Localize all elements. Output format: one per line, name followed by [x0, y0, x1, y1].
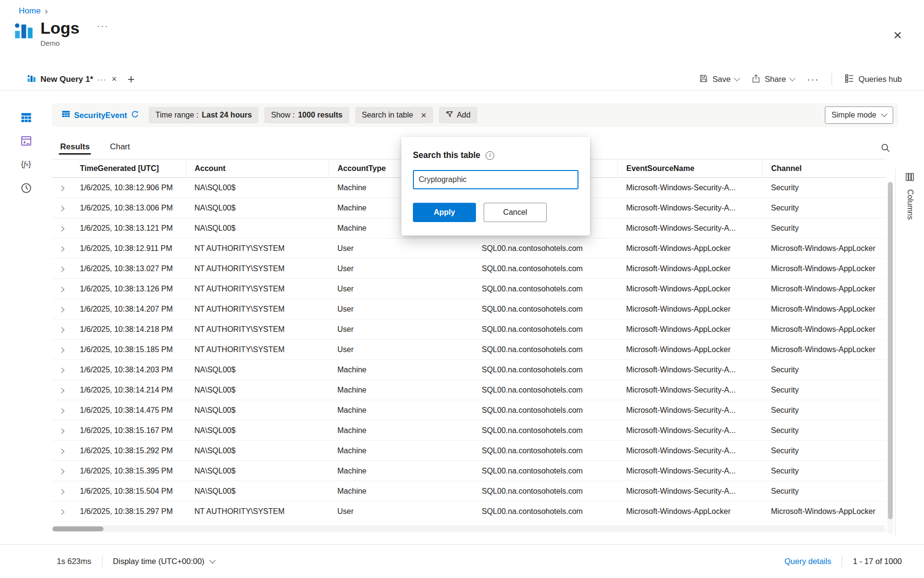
table-cell: User — [329, 340, 473, 360]
table-row: 1/6/2025, 10:38:14.214 PMNA\SQL00$Machin… — [52, 380, 886, 400]
apply-button[interactable]: Apply — [413, 203, 476, 222]
row-expand-chevron[interactable] — [52, 400, 71, 420]
mode-select-value: Simple mode — [832, 111, 876, 119]
table-cell: SQL00.na.contosohotels.com — [473, 441, 617, 461]
table-cell: Microsoft-Windows-Security-A... — [617, 441, 762, 461]
sidebar-item-queries[interactable] — [20, 134, 32, 147]
remove-filter-icon[interactable]: × — [421, 110, 426, 120]
table-cell: NA\SQL00$ — [186, 481, 329, 501]
search-table-input[interactable] — [413, 170, 578, 189]
row-expand-chevron[interactable] — [52, 259, 71, 279]
refresh-icon[interactable] — [131, 110, 139, 120]
table-scope-chip[interactable]: SecurityEvent — [58, 110, 143, 120]
table-cell: NA\SQL00$ — [186, 420, 329, 441]
table-cell: 1/6/2025, 10:38:12.911 PM — [71, 238, 186, 259]
table-row: 1/6/2025, 10:38:15.504 PMNA\SQL00$Machin… — [52, 481, 886, 501]
sidebar-item-tables[interactable] — [20, 111, 32, 123]
table-cell: NA\SQL00$ — [186, 461, 329, 481]
tab-chart[interactable]: Chart — [108, 142, 131, 159]
row-expand-chevron[interactable] — [52, 360, 71, 380]
search-table-popup: Search this table i Apply Cancel — [401, 137, 590, 236]
table-cell: SQL00.na.contosohotels.com — [473, 501, 617, 522]
row-expand-chevron[interactable] — [52, 279, 71, 299]
table-cell: SQL00.na.contosohotels.com — [473, 461, 617, 481]
show-results-pill[interactable]: Show : 1000 results — [264, 107, 349, 123]
table-cell: Machine — [329, 441, 473, 461]
table-cell: SQL00.na.contosohotels.com — [473, 481, 617, 501]
sidebar-item-functions[interactable]: {fx} — [20, 158, 32, 171]
table-cell: 1/6/2025, 10:38:13.121 PM — [71, 218, 186, 238]
table-cell: Machine — [329, 481, 473, 501]
tab-more-button[interactable]: ··· — [98, 76, 107, 83]
horizontal-scrollbar[interactable] — [52, 525, 886, 532]
table-row: 1/6/2025, 10:38:14.203 PMNA\SQL00$Machin… — [52, 360, 886, 380]
tab-close-icon[interactable]: × — [112, 74, 117, 84]
row-expand-chevron[interactable] — [52, 441, 71, 461]
column-header-timegenerated[interactable]: TimeGenerated [UTC] — [71, 159, 186, 178]
row-expand-chevron[interactable] — [52, 178, 71, 198]
table-row: 1/6/2025, 10:38:15.167 PMNA\SQL00$Machin… — [52, 420, 886, 441]
row-expand-chevron[interactable] — [52, 420, 71, 441]
horizontal-scrollbar-thumb[interactable] — [52, 526, 103, 531]
table-cell: User — [329, 319, 473, 340]
table-row: 1/6/2025, 10:38:13.126 PMNT AUTHORITY\SY… — [52, 279, 886, 299]
table-cell: 1/6/2025, 10:38:13.027 PM — [71, 259, 186, 279]
table-cell: NT AUTHORITY\SYSTEM — [186, 279, 329, 299]
column-header-account[interactable]: Account — [186, 159, 329, 178]
vertical-scrollbar[interactable] — [887, 181, 893, 535]
table-cell: Security — [762, 481, 886, 501]
tab-new-query-1[interactable]: New Query 1* ··· × — [27, 68, 117, 90]
queries-hub-button[interactable]: Queries hub — [845, 74, 902, 85]
row-expand-chevron[interactable] — [52, 380, 71, 400]
vertical-scrollbar-thumb[interactable] — [888, 182, 893, 519]
table-cell: Machine — [329, 461, 473, 481]
table-cell: NA\SQL00$ — [186, 218, 329, 238]
query-details-link[interactable]: Query details — [784, 557, 831, 566]
table-cell: User — [329, 279, 473, 299]
row-expand-chevron[interactable] — [52, 238, 71, 259]
cancel-button[interactable]: Cancel — [484, 203, 547, 222]
info-icon[interactable]: i — [486, 151, 494, 160]
table-cell: Microsoft-Windows-AppLocker — [762, 299, 886, 319]
table-cell: Microsoft-Windows-AppLocker — [762, 501, 886, 522]
row-expand-chevron[interactable] — [52, 481, 71, 501]
row-expand-chevron[interactable] — [52, 299, 71, 319]
columns-panel-label: Columns — [906, 189, 914, 220]
table-cell: Security — [762, 420, 886, 441]
search-icon[interactable] — [881, 143, 890, 159]
tab-results[interactable]: Results — [59, 142, 91, 159]
save-button[interactable]: Save — [699, 74, 739, 85]
table-cell: Security — [762, 198, 886, 218]
row-expand-chevron[interactable] — [52, 218, 71, 238]
result-range: 1 - 17 of 1000 — [853, 557, 902, 566]
columns-panel-toggle[interactable]: Columns — [895, 169, 924, 537]
breadcrumb-home-link[interactable]: Home — [19, 6, 40, 16]
row-expand-chevron[interactable] — [52, 198, 71, 218]
row-expand-chevron[interactable] — [52, 319, 71, 340]
close-icon[interactable]: × — [893, 28, 902, 42]
display-time-select[interactable]: Display time (UTC+00:00) — [113, 557, 215, 566]
search-in-table-label: Search in table — [362, 111, 413, 119]
add-filter-pill[interactable]: Add — [439, 107, 477, 123]
sidebar-item-query-history[interactable] — [20, 182, 32, 194]
table-cell: Microsoft-Windows-Security-A... — [617, 420, 762, 441]
row-expand-chevron[interactable] — [52, 501, 71, 522]
time-range-pill[interactable]: Time range : Last 24 hours — [149, 107, 258, 123]
query-duration: 1s 623ms — [57, 557, 91, 566]
table-cell: Microsoft-Windows-Security-A... — [617, 360, 762, 380]
popup-title: Search this table — [413, 150, 480, 160]
column-header-eventsourcename[interactable]: EventSourceName — [617, 159, 762, 178]
row-expand-chevron[interactable] — [52, 340, 71, 360]
table-cell: User — [329, 238, 473, 259]
column-header-channel[interactable]: Channel — [762, 159, 886, 178]
share-button[interactable]: Share — [752, 74, 795, 85]
mode-select[interactable]: Simple mode — [825, 106, 893, 124]
toolbar-more-button[interactable]: ··· — [807, 74, 819, 85]
chevron-down-icon — [881, 111, 887, 117]
table-cell: NA\SQL00$ — [186, 360, 329, 380]
table-cell: Microsoft-Windows-AppLocker — [617, 279, 762, 299]
search-in-table-pill[interactable]: Search in table × — [355, 107, 433, 123]
title-more-button[interactable]: ··· — [97, 21, 109, 31]
new-tab-button[interactable]: + — [128, 72, 135, 87]
row-expand-chevron[interactable] — [52, 461, 71, 481]
